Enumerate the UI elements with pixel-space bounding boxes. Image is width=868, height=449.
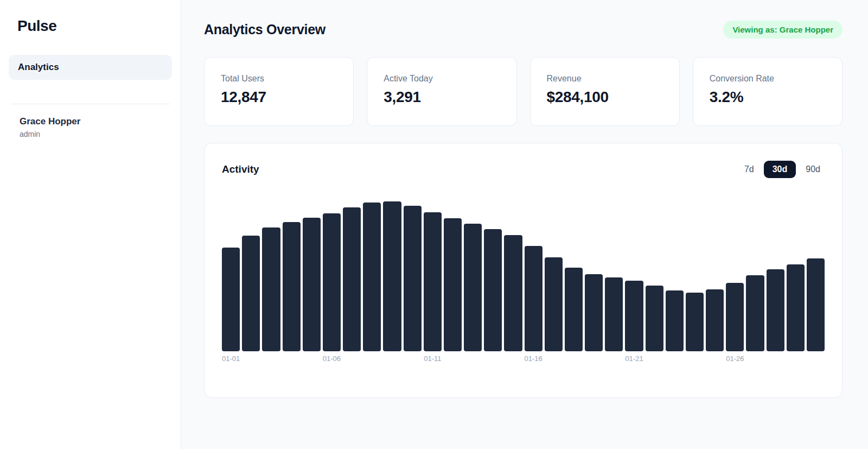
range-toggle: 7d 30d 90d [740, 161, 825, 178]
bar-01-08 [363, 203, 381, 351]
sidebar: Pulse Analytics Grace Hopper admin [0, 0, 181, 449]
bar-01-26 [726, 283, 744, 351]
stat-value: 12,847 [221, 88, 337, 106]
main-content: Analytics Overview Viewing as: Grace Hop… [181, 0, 868, 449]
x-tick-01-08 [363, 355, 381, 364]
x-tick-01-20 [605, 355, 623, 364]
bar-01-06 [323, 213, 341, 351]
activity-x-axis: 01-0101-0601-1101-1601-2101-26 [222, 355, 825, 364]
bar-01-12 [444, 218, 462, 351]
bar-01-10 [404, 206, 422, 351]
bar-01-11 [424, 212, 442, 351]
x-tick-01-07 [343, 355, 361, 364]
page-title: Analytics Overview [204, 22, 326, 37]
x-tick-01-15 [504, 355, 522, 364]
x-tick-01-23 [666, 355, 684, 364]
bar-01-15 [504, 235, 522, 351]
activity-card: Activity 7d 30d 90d 01-0101-0601-1101-16… [204, 143, 843, 398]
bar-01-01 [222, 248, 240, 351]
x-tick-01-17 [545, 355, 563, 364]
sidebar-divider [11, 104, 170, 104]
stat-label: Revenue [547, 74, 663, 84]
bar-01-14 [484, 229, 502, 351]
x-tick-01-14 [484, 355, 502, 364]
x-tick-01-24 [686, 355, 704, 364]
x-tick-01-05 [303, 355, 321, 364]
stat-label: Active Today [384, 74, 500, 84]
bar-01-25 [706, 289, 724, 351]
activity-title: Activity [222, 163, 259, 175]
sidebar-item-label: Analytics [18, 62, 59, 72]
x-tick-01-28 [767, 355, 784, 364]
range-button-90d[interactable]: 90d [801, 161, 825, 178]
x-tick-01-01: 01-01 [222, 355, 240, 364]
bar-01-29 [787, 264, 805, 351]
x-tick-01-27 [746, 355, 764, 364]
x-tick-01-21: 01-21 [625, 355, 643, 364]
x-tick-01-09 [383, 355, 401, 364]
activity-card-header: Activity 7d 30d 90d [222, 161, 825, 178]
x-tick-01-19 [585, 355, 603, 364]
bar-01-03 [262, 227, 280, 351]
x-tick-01-29 [787, 355, 805, 364]
bar-01-17 [545, 257, 563, 351]
stat-card-total-users: Total Users 12,847 [204, 57, 354, 126]
x-tick-01-04 [283, 355, 301, 364]
user-name: Grace Hopper [20, 116, 172, 127]
x-tick-01-26: 01-26 [726, 355, 744, 364]
bar-01-21 [625, 281, 643, 351]
x-tick-01-10 [404, 355, 422, 364]
sidebar-item-analytics[interactable]: Analytics [9, 55, 172, 80]
bar-01-27 [746, 275, 764, 351]
x-tick-01-30 [807, 355, 825, 364]
x-tick-01-12 [444, 355, 462, 364]
user-role: admin [20, 130, 172, 138]
viewing-as-badge: Viewing as: Grace Hopper [723, 21, 843, 39]
bar-01-04 [283, 222, 301, 351]
app-logo: Pulse [17, 17, 172, 35]
x-tick-01-25 [706, 355, 724, 364]
bar-01-05 [303, 218, 321, 351]
x-tick-01-13 [464, 355, 482, 364]
stat-value: $284,100 [547, 88, 663, 106]
bar-01-20 [605, 277, 623, 351]
bar-01-09 [383, 201, 401, 351]
bar-01-23 [666, 290, 684, 351]
bar-01-24 [686, 293, 704, 351]
stat-value: 3.2% [710, 88, 826, 106]
bar-01-16 [525, 246, 542, 351]
activity-bar-chart [222, 192, 825, 351]
range-button-30d[interactable]: 30d [764, 161, 796, 178]
bar-01-13 [464, 224, 482, 351]
page-header: Analytics Overview Viewing as: Grace Hop… [204, 21, 843, 39]
bar-01-30 [807, 258, 825, 351]
bar-01-18 [565, 268, 583, 351]
bar-01-02 [242, 236, 260, 351]
stats-row: Total Users 12,847 Active Today 3,291 Re… [204, 57, 843, 126]
stat-value: 3,291 [384, 88, 500, 106]
stat-label: Total Users [221, 74, 337, 84]
user-block: Grace Hopper admin [20, 116, 172, 138]
stat-card-revenue: Revenue $284,100 [530, 57, 680, 126]
x-tick-01-06: 01-06 [323, 355, 341, 364]
x-tick-01-02 [242, 355, 260, 364]
stat-label: Conversion Rate [710, 74, 826, 84]
range-button-7d[interactable]: 7d [740, 161, 758, 178]
bar-01-07 [343, 207, 361, 351]
x-tick-01-22 [646, 355, 663, 364]
x-tick-01-11: 01-11 [424, 355, 442, 364]
x-tick-01-03 [262, 355, 280, 364]
x-tick-01-16: 01-16 [525, 355, 542, 364]
stat-card-active-today: Active Today 3,291 [367, 57, 516, 126]
x-tick-01-18 [565, 355, 583, 364]
bar-01-28 [767, 269, 784, 351]
bar-01-19 [585, 274, 603, 351]
stat-card-conversion-rate: Conversion Rate 3.2% [693, 57, 843, 126]
bar-01-22 [646, 286, 663, 351]
